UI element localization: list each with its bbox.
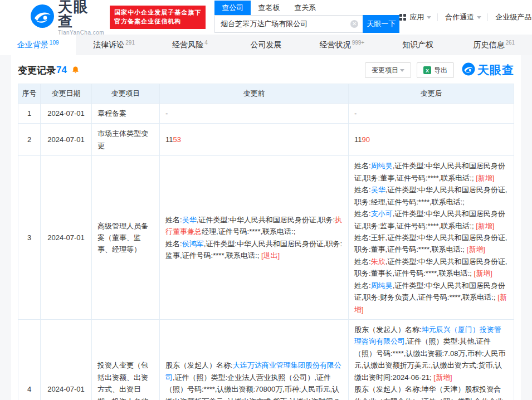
cell-change-item: 章程备案 [92, 104, 160, 124]
nav-tab-2[interactable]: 法律诉讼291 [76, 35, 152, 55]
entity-link[interactable]: 吴华 [371, 186, 385, 194]
cell-after: 股东（发起人）名称:坤元辰兴（厦门）投资管理咨询有限公司,证件（照）类型:其他,… [349, 320, 514, 400]
text-segment: 姓名: [354, 257, 371, 266]
search-tab-3[interactable]: 查关系 [287, 1, 323, 15]
entry-line: 姓名:周纯昊,证件类型:中华人民共和国居民身份证,职务:董事,证件号码:****… [354, 160, 508, 184]
menu-apps[interactable]: 应用 [399, 12, 431, 22]
nav-tab-count: 4 [204, 40, 208, 46]
table-header-row: 序号变更日期变更项目变更前变更后 [18, 84, 514, 104]
column-header: 变更前 [160, 84, 349, 104]
table-row: 12024-07-01章程备案-- [18, 104, 514, 124]
cell-after: 1190 [349, 124, 514, 156]
text-segment: [新增] [433, 373, 452, 382]
entry-line: 股东（发起人）名称:大连万达商业管理集团股份有限公司,证件（照）类型:企业法人营… [165, 359, 343, 400]
export-button[interactable]: X 导出 [417, 62, 454, 78]
text-segment: 朱欣 [371, 257, 385, 266]
entity-link[interactable]: 周纯昊 [371, 162, 393, 170]
badge-line1: 国家中小企业发展子基金旗下 [114, 8, 201, 17]
filter-change-items-button[interactable]: 变更项目 [365, 62, 411, 78]
search-tab-2[interactable]: 查老板 [251, 1, 287, 15]
cell-no: 2 [18, 124, 41, 156]
text-segment: [新增] [476, 222, 494, 230]
menu-coop[interactable]: 合作通道 [444, 12, 481, 22]
entry-line: 姓名:侯鸿军,证件类型:中华人民共和国居民身份证,职务:监事,证件号码:****… [165, 238, 343, 262]
entry-line: 姓名:吴华,证件类型:中华人民共和国居民身份证,职务:执行董事兼总经理,证件号码… [165, 214, 343, 238]
cell-no: 1 [18, 104, 41, 124]
search-input[interactable] [214, 15, 363, 33]
subscribe-bell-icon[interactable] [71, 66, 80, 75]
text-segment: 姓名: [165, 240, 182, 248]
text-segment: 53 [173, 135, 181, 144]
text-segment: ,证件类型:中华人民共和国居民身份证,职务: [197, 216, 335, 224]
entry-line: 1153 [165, 134, 343, 145]
menu-enterprise[interactable]: 企业级产品 [494, 12, 532, 22]
text-segment: 股东（发起人）名称: [165, 361, 233, 369]
entry-line: 姓名:支小可,证件类型:中华人民共和国居民身份证,职务:监事,证件号码:****… [354, 208, 508, 232]
text-segment: [新增] [476, 174, 494, 182]
chevron-down-icon [427, 16, 431, 19]
text-segment: 经理,证件号码:****,联系电话:; [202, 227, 295, 236]
tianyancha-watermark[interactable]: 天眼查 [462, 62, 514, 78]
search-button[interactable]: 天眼一下 [363, 15, 399, 33]
entry-line: - [165, 108, 343, 119]
text-segment: - [165, 109, 168, 118]
table-row: 42024-07-01投资人变更（包括出资额、出资方式、出资日期、投资人名称等）… [18, 320, 514, 400]
logo-name: 天眼查 [58, 0, 104, 28]
cell-date: 2024-07-01 [41, 156, 92, 320]
badge-line2: 官方备案企业征信机构 [114, 17, 201, 26]
cell-before: 姓名:吴华,证件类型:中华人民共和国居民身份证,职务:执行董事兼总经理,证件号码… [160, 156, 349, 320]
tianyancha-logo[interactable]: 天眼查 TianYanCha.com [30, 0, 104, 36]
column-header: 变更项目 [92, 84, 160, 104]
text-segment: 姓名: [354, 186, 371, 194]
text-segment: ,证件（照）类型:企业法人营业执照（公司）,证件（照）号码:****,认缴出资额… [165, 373, 339, 400]
change-table-body: 12024-07-01章程备案--22024-07-01市场主体类型变更1153… [18, 104, 514, 400]
nav-tab-count: 291 [125, 40, 135, 46]
table-row: 22024-07-01市场主体类型变更11531190 [18, 124, 514, 156]
nav-tab-1[interactable]: 企业背景109 [0, 35, 76, 55]
chevron-down-icon [400, 69, 404, 72]
change-table: 序号变更日期变更项目变更前变更后 12024-07-01章程备案--22024-… [18, 84, 514, 400]
cell-no: 4 [18, 320, 41, 400]
nav-tab-3[interactable]: 经营风险4 [152, 35, 228, 55]
entry-line: - [354, 108, 508, 119]
entity-link[interactable]: 吴华 [182, 216, 197, 224]
text-segment: 股东（发起人）名称:坤华（天津）股权投资合伙企业（有限合伙）,证件（照）类型:合… [354, 385, 506, 400]
nav-tab-5[interactable]: 经营状况999+ [304, 35, 380, 55]
cell-after: 姓名:周纯昊,证件类型:中华人民共和国居民身份证,职务:董事,证件号码:****… [349, 156, 514, 320]
tianyancha-logo-icon [30, 4, 55, 31]
chevron-down-icon [477, 16, 481, 19]
text-segment: 姓名: [354, 281, 371, 290]
text-segment: 姓名: [354, 209, 371, 218]
cell-date: 2024-07-01 [41, 104, 92, 124]
section-count: 74 [56, 65, 67, 76]
search-tabs: 查公司查老板查关系 [214, 2, 399, 15]
text-segment: [退出] [261, 251, 280, 260]
entity-link[interactable]: 周纯昊 [371, 281, 393, 290]
search-tab-1[interactable]: 查公司 [214, 1, 251, 15]
text-segment: 姓名: [165, 216, 182, 224]
nav-tab-count: 109 [50, 40, 59, 46]
text-segment: 股东（发起人）名称: [354, 325, 422, 334]
menu-divider [437, 13, 438, 21]
column-header: 序号 [18, 84, 41, 104]
brand-name: 天眼查 [477, 62, 514, 78]
entry-line: 股东（发起人）名称:坤元辰兴（厦门）投资管理咨询有限公司,证件（照）类型:其他,… [354, 324, 508, 383]
nav-tab-6[interactable]: 知识产权 [380, 35, 456, 55]
entry-line: 姓名:吴华,证件类型:中华人民共和国居民身份证,职务:经理,证件号码:****,… [354, 184, 508, 208]
official-badge: 国家中小企业发展子基金旗下 官方备案企业征信机构 [110, 6, 206, 29]
entry-line: 姓名:周纯昊,证件类型:中华人民共和国居民身份证,职务:财务负责人,证件号码:*… [354, 280, 508, 315]
tianyancha-brand-icon [462, 62, 475, 78]
nav-tab-7[interactable]: 历史信息261 [456, 35, 532, 55]
cell-change-item: 投资人变更（包括出资额、出资方式、出资日期、投资人名称等） [92, 320, 160, 400]
entry-line: 股东（发起人）名称:坤华（天津）股权投资合伙企业（有限合伙）,证件（照）类型:合… [354, 383, 508, 400]
nav-tab-4[interactable]: 公司发展 [228, 35, 304, 55]
cell-before: 1153 [160, 124, 349, 156]
entity-link[interactable]: 支小可 [371, 209, 393, 218]
text-segment: 11 [354, 135, 362, 144]
nav-tabs: 企业背景109法律诉讼291经营风险4公司发展经营状况999+知识产权历史信息2… [0, 35, 532, 55]
cell-before: 股东（发起人）名称:大连万达商业管理集团股份有限公司,证件（照）类型:企业法人营… [160, 320, 349, 400]
content-card: 变更记录 74 变更项目 X 导出 [11, 55, 521, 400]
section-header: 变更记录 74 变更项目 X 导出 [11, 55, 521, 84]
table-row: 32024-07-01高级管理人员备案（董事、监事、经理等）姓名:吴华,证件类型… [18, 156, 514, 320]
entity-link[interactable]: 侯鸿军 [182, 240, 204, 248]
